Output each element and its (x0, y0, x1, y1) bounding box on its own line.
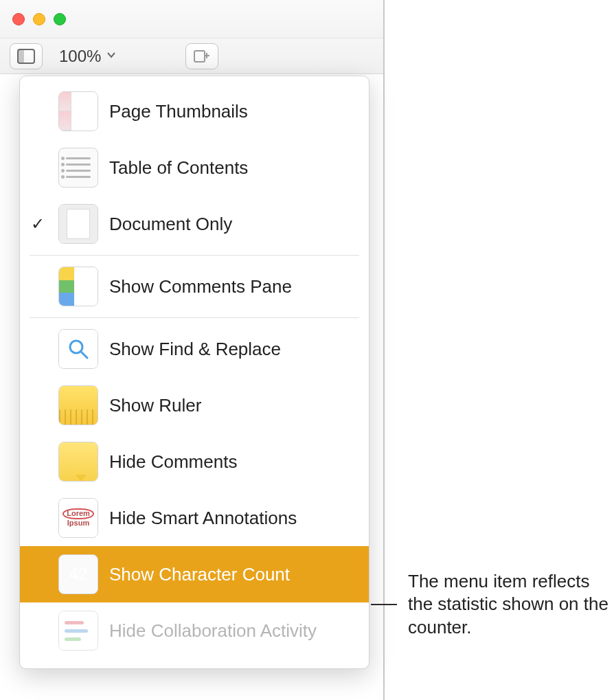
menu-separator (30, 317, 359, 318)
menu-item-document-only[interactable]: ✓ Document Only (20, 196, 369, 252)
chevron-down-icon (106, 50, 116, 63)
collaboration-activity-icon (58, 611, 98, 651)
document-only-icon (58, 204, 98, 244)
zoom-window-button[interactable] (54, 13, 66, 25)
menu-item-label: Show Find & Replace (109, 339, 359, 360)
menu-separator (30, 255, 359, 256)
comments-pane-icon (58, 267, 98, 306)
menu-item-label: Table of Contents (109, 157, 359, 179)
sticky-note-icon (58, 442, 98, 482)
callout-text: The menu item reflects the statistic sho… (408, 570, 614, 639)
menu-item-label: Show Character Count (109, 564, 359, 585)
menu-item-hide-comments[interactable]: ✓ Hide Comments (20, 433, 369, 490)
menu-item-page-thumbnails[interactable]: ✓ Page Thumbnails (20, 83, 369, 139)
titlebar (0, 0, 383, 38)
add-page-button[interactable] (185, 43, 218, 69)
menu-item-show-comments-pane[interactable]: ✓ Show Comments Pane (20, 258, 369, 315)
toolbar: 100% (0, 38, 383, 74)
annotation-sample-text: Ipsum (67, 519, 89, 528)
checkmark-icon: ✓ (28, 214, 47, 234)
svg-line-6 (81, 352, 87, 358)
menu-item-show-character-count[interactable]: ✓ 42 Show Character Count (20, 546, 369, 602)
callout-leader-line (371, 604, 397, 605)
menu-item-hide-collaboration-activity: ✓ Hide Collaboration Activity (20, 602, 369, 659)
character-count-icon: 42 (58, 554, 98, 594)
menu-item-label: Hide Smart Annotations (109, 508, 359, 529)
page-thumbnails-icon (58, 91, 98, 131)
ruler-icon (58, 385, 98, 425)
find-replace-icon (58, 329, 98, 369)
svg-rect-2 (194, 51, 205, 62)
minimize-window-button[interactable] (33, 13, 45, 25)
annotation-callout: The menu item reflects the statistic sho… (371, 570, 614, 639)
menu-item-label: Hide Comments (109, 451, 359, 473)
menu-item-table-of-contents[interactable]: ✓ Table of Contents (20, 139, 369, 196)
menu-item-hide-smart-annotations[interactable]: ✓ Lorem Ipsum Hide Smart Annotations (20, 490, 369, 546)
menu-item-label: Show Comments Pane (109, 276, 359, 297)
table-of-contents-icon (58, 148, 98, 188)
svg-rect-1 (18, 49, 24, 63)
count-badge-value: 42 (69, 565, 88, 584)
add-page-icon (193, 49, 211, 63)
view-dropdown-menu: ✓ Page Thumbnails ✓ Table of Contents ✓ … (19, 76, 369, 669)
app-window: 100% ✓ Page Thumbnails ✓ (0, 0, 385, 700)
close-window-button[interactable] (12, 13, 25, 25)
menu-item-label: Show Ruler (109, 395, 359, 416)
zoom-value: 100% (59, 47, 101, 66)
menu-item-label: Document Only (109, 214, 359, 235)
view-menu-button[interactable] (10, 43, 43, 69)
menu-item-show-find-replace[interactable]: ✓ Show Find & Replace (20, 321, 369, 377)
menu-item-label: Hide Collaboration Activity (109, 620, 359, 642)
sidebar-icon (17, 49, 35, 64)
menu-item-label: Page Thumbnails (109, 101, 359, 122)
annotation-sample-text: Lorem (62, 508, 94, 519)
smart-annotations-icon: Lorem Ipsum (58, 498, 98, 538)
menu-item-show-ruler[interactable]: ✓ Show Ruler (20, 377, 369, 433)
zoom-select[interactable]: 100% (52, 43, 123, 69)
